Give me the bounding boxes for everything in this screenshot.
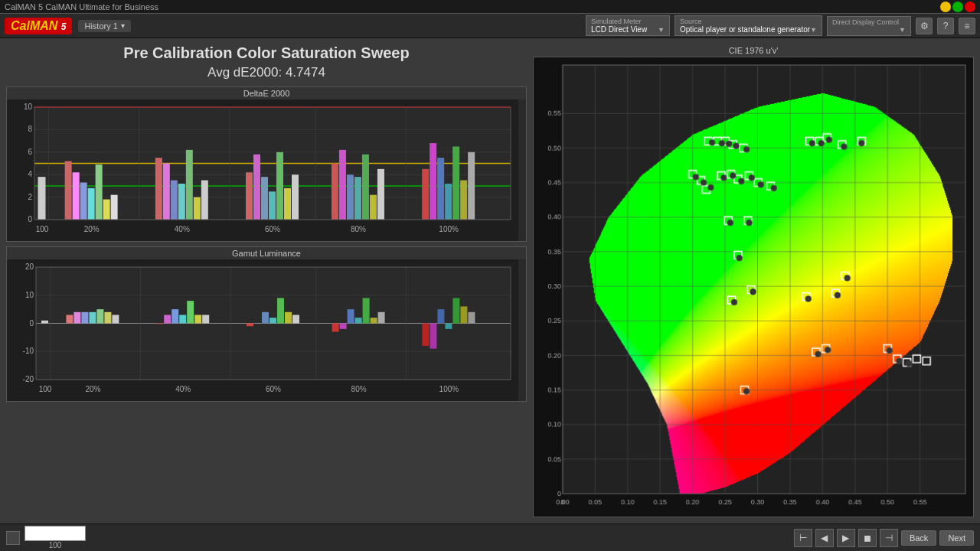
title-bar: CalMAN 5 CalMAN Ultimate for Business bbox=[0, 0, 980, 14]
source-dropdown[interactable]: Source Optical player or standalone gene… bbox=[675, 15, 822, 36]
app-logo: CalMAN 5 bbox=[5, 18, 72, 34]
right-panel: CIE 1976 u'v' bbox=[533, 44, 974, 517]
gamut-canvas bbox=[7, 259, 518, 401]
next-button[interactable]: Next bbox=[939, 530, 974, 546]
logo-version: 5 bbox=[61, 21, 67, 32]
source-arrow: ▼ bbox=[810, 26, 817, 34]
logo-accent: MAN bbox=[30, 19, 57, 32]
close-btn[interactable] bbox=[965, 2, 975, 12]
main-content: Pre Calibration Color Saturation Sweep A… bbox=[0, 38, 980, 523]
gamut-chart-title: Gamut Luminance bbox=[7, 247, 526, 259]
toolbar: CalMAN 5 History 1 ▾ Simulated Meter LCD… bbox=[0, 14, 980, 38]
nav-first-icon[interactable]: ⊢ bbox=[794, 529, 812, 547]
window-controls bbox=[940, 2, 975, 12]
bottom-bar: 100 ⊢ ◀ ▶ ◼ ⊣ Back Next bbox=[0, 523, 980, 551]
extra-icon[interactable]: ≡ bbox=[959, 18, 975, 34]
maximize-btn[interactable] bbox=[952, 2, 963, 12]
nav-play-icon[interactable]: ▶ bbox=[837, 529, 855, 547]
bottom-nav: ⊢ ◀ ▶ ◼ ⊣ Back Next bbox=[794, 529, 974, 547]
display-label: Direct Display Control bbox=[832, 18, 906, 26]
display-arrow: ▼ bbox=[899, 26, 906, 34]
deltae-chart: DeltaE 2000 bbox=[6, 86, 527, 242]
nav-last-icon[interactable]: ⊣ bbox=[880, 529, 898, 547]
minimize-btn[interactable] bbox=[940, 2, 951, 12]
cie-canvas bbox=[534, 57, 973, 517]
source-value: Optical player or standalone generator bbox=[680, 25, 810, 34]
cie-diagram bbox=[533, 57, 974, 517]
window-title: CalMAN 5 CalMAN Ultimate for Business bbox=[5, 2, 158, 11]
simulated-meter-label: Simulated Meter bbox=[591, 18, 665, 25]
source-label: Source bbox=[680, 18, 817, 25]
nav-prev-icon[interactable]: ◀ bbox=[815, 529, 834, 547]
toolbar-right: Simulated Meter LCD Direct View ▼ Source… bbox=[586, 15, 975, 36]
page-subtitle: Avg dE2000: 4.7474 bbox=[6, 65, 527, 80]
history-tab-label: History 1 bbox=[84, 21, 117, 31]
value-label: 100 bbox=[24, 541, 86, 549]
simulated-meter-value: LCD Direct View bbox=[591, 25, 647, 34]
deltae-canvas bbox=[7, 99, 518, 241]
display-dropdown[interactable]: Direct Display Control ▼ bbox=[827, 16, 911, 36]
nav-stop-icon[interactable]: ◼ bbox=[858, 529, 877, 547]
gamut-chart: Gamut Luminance bbox=[6, 246, 527, 402]
page-title: Pre Calibration Color Saturation Sweep bbox=[6, 44, 527, 62]
help-icon[interactable]: ? bbox=[937, 18, 954, 34]
value-input[interactable] bbox=[24, 526, 86, 541]
color-swatch bbox=[6, 531, 20, 545]
history-add-icon[interactable]: ▾ bbox=[121, 21, 125, 30]
logo-text: Cal bbox=[11, 19, 30, 32]
cie-title: CIE 1976 u'v' bbox=[533, 44, 974, 57]
left-panel: Pre Calibration Color Saturation Sweep A… bbox=[6, 44, 527, 517]
simulated-meter-arrow: ▼ bbox=[658, 26, 665, 34]
settings-icon[interactable]: ⚙ bbox=[916, 18, 933, 34]
back-button[interactable]: Back bbox=[901, 530, 936, 546]
simulated-meter-dropdown[interactable]: Simulated Meter LCD Direct View ▼ bbox=[586, 15, 670, 36]
deltae-chart-title: DeltaE 2000 bbox=[7, 87, 526, 99]
history-tab[interactable]: History 1 ▾ bbox=[78, 20, 130, 32]
